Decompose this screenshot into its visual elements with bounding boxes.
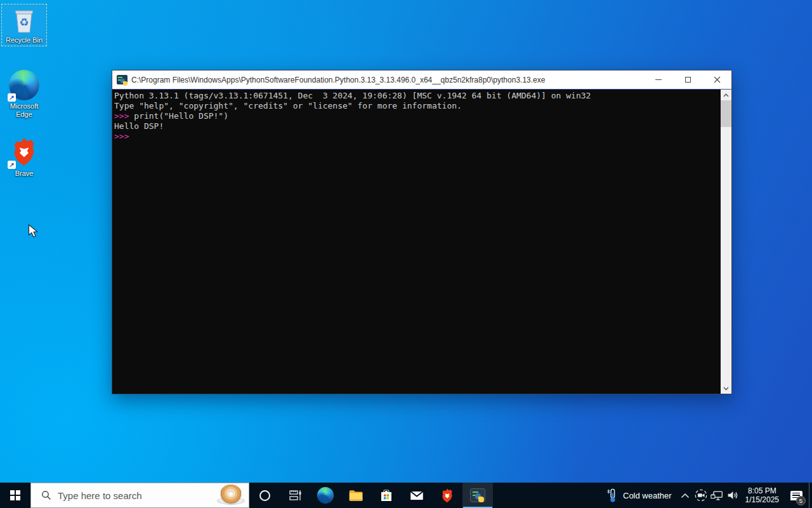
console-line: >>> print("Hello DSP!") <box>114 111 719 121</box>
taskbar-empty-space <box>493 483 601 508</box>
taskbar: Type here to search <box>0 483 812 508</box>
notification-count-badge: 5 <box>796 496 806 505</box>
window-title: C:\Program Files\WindowsApps\PythonSoftw… <box>131 76 644 84</box>
console-line: Python 3.13.1 (tags/v3.13.1:0671451, Dec… <box>114 91 719 101</box>
console-line: >>> <box>114 131 719 142</box>
task-view-icon <box>287 488 303 503</box>
brave-icon <box>440 488 455 504</box>
search-icon <box>41 490 51 500</box>
desktop-icon-label: Recycle Bin <box>6 36 43 44</box>
edge-icon: ↗ <box>9 70 39 100</box>
search-box[interactable]: Type here to search <box>30 483 249 508</box>
meet-now-button[interactable] <box>693 483 709 508</box>
desktop-icon-brave[interactable]: ↗ Brave <box>1 135 47 180</box>
taskbar-app-mail[interactable] <box>402 483 432 508</box>
weather-widget[interactable]: Cold weather <box>601 483 678 508</box>
chevron-down-icon <box>723 387 729 391</box>
taskbar-app-brave[interactable] <box>432 483 462 508</box>
console-scrollbar[interactable] <box>721 90 731 394</box>
clock-time: 8:05 PM <box>748 486 776 495</box>
maximize-icon <box>685 77 691 83</box>
chevron-up-icon <box>723 93 729 97</box>
search-input[interactable]: Type here to search <box>58 490 214 501</box>
taskbar-app-microsoft-store[interactable] <box>371 483 402 508</box>
cortana-button[interactable] <box>249 483 280 508</box>
python-console-window: C:\Program Files\WindowsApps\PythonSoftw… <box>112 70 732 394</box>
tray-overflow-button[interactable] <box>678 483 693 508</box>
chevron-up-icon <box>681 493 690 498</box>
desktop-icon-label: Brave <box>15 170 34 178</box>
mouse-cursor <box>28 224 40 238</box>
windows-logo-icon <box>10 490 20 500</box>
file-explorer-icon <box>348 487 364 504</box>
desktop-icon-label: Microsoft Edge <box>4 102 44 119</box>
task-view-button[interactable] <box>280 483 310 508</box>
network-ethernet-icon <box>710 488 724 502</box>
desktop-icon-microsoft-edge[interactable]: ↗ Microsoft Edge <box>1 69 47 121</box>
clock-date: 1/15/2025 <box>745 495 779 504</box>
start-button[interactable] <box>0 483 30 508</box>
volume-button[interactable] <box>725 483 741 508</box>
weather-label: Cold weather <box>623 491 672 500</box>
minimize-icon <box>655 79 662 80</box>
minimize-button[interactable] <box>644 70 673 89</box>
desktop-icon-recycle-bin[interactable]: ♻ Recycle Bin <box>1 4 47 46</box>
recycle-bin-icon: ♻ <box>10 5 38 34</box>
console-output[interactable]: Python 3.13.1 (tags/v3.13.1:0671451, Dec… <box>112 90 731 394</box>
taskbar-app-python-console[interactable] <box>462 483 493 508</box>
cold-weather-thermometer-icon <box>605 488 619 503</box>
svg-text:♻: ♻ <box>19 17 29 29</box>
action-center-button[interactable]: 5 <box>783 483 809 508</box>
scroll-up-button[interactable] <box>721 90 731 100</box>
console-text: Python 3.13.1 (tags/v3.13.1:0671451, Dec… <box>112 90 731 142</box>
scroll-down-button[interactable] <box>721 383 731 394</box>
microsoft-store-icon <box>379 488 394 503</box>
cortana-icon <box>259 490 270 501</box>
show-desktop-button[interactable] <box>809 483 812 508</box>
close-button[interactable] <box>702 70 731 89</box>
scrollbar-thumb[interactable] <box>721 100 731 127</box>
console-line: Hello DSP! <box>114 121 719 131</box>
taskbar-app-file-explorer[interactable] <box>341 483 371 508</box>
edge-icon <box>317 487 334 504</box>
maximize-button[interactable] <box>673 70 702 89</box>
mail-icon <box>409 487 425 504</box>
python-console-icon <box>117 75 128 84</box>
window-titlebar[interactable]: C:\Program Files\WindowsApps\PythonSoftw… <box>112 70 731 90</box>
console-line: Type "help", "copyright", "credits" or "… <box>114 101 719 111</box>
python-console-icon <box>470 488 485 502</box>
shortcut-arrow-icon: ↗ <box>8 93 16 102</box>
taskbar-app-edge[interactable] <box>310 483 341 508</box>
clock[interactable]: 8:05 PM 1/15/2025 <box>741 483 783 508</box>
close-icon <box>714 76 721 83</box>
brave-icon: ↗ <box>9 136 39 168</box>
shortcut-arrow-icon: ↗ <box>8 161 16 169</box>
meet-now-camera-icon <box>694 488 708 502</box>
speaker-icon <box>726 488 740 502</box>
bing-search-highlight-donut-icon[interactable] <box>214 483 247 507</box>
network-status-button[interactable] <box>709 483 725 508</box>
